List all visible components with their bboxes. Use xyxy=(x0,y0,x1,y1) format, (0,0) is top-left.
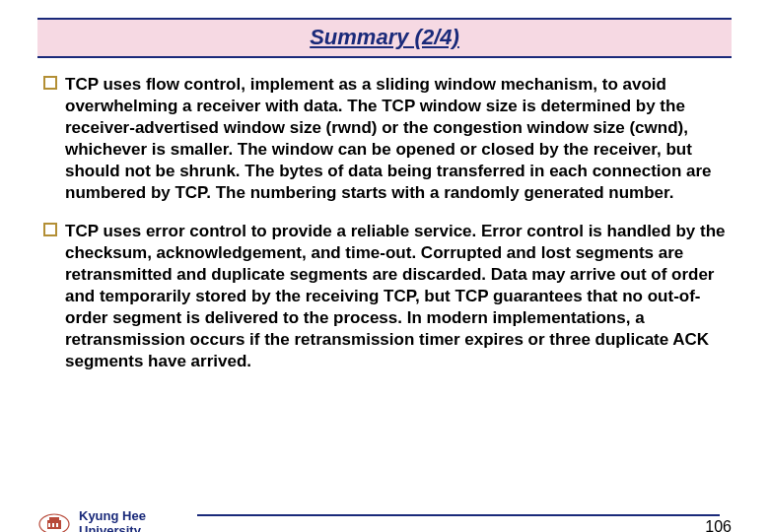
university-name: Kyung Hee University xyxy=(79,509,146,532)
page-number: 106 xyxy=(705,518,732,532)
content-area: TCP uses flow control, implement as a sl… xyxy=(0,58,769,372)
bullet-text: TCP uses flow control, implement as a sl… xyxy=(65,74,726,205)
bullet-item: TCP uses error control to provide a reli… xyxy=(43,221,726,373)
footer: Kyung Hee University 106 xyxy=(37,509,732,532)
bullet-item: TCP uses flow control, implement as a sl… xyxy=(43,74,726,205)
bullet-text: TCP uses error control to provide a reli… xyxy=(65,221,726,373)
bullet-square-icon xyxy=(43,223,57,236)
title-bar: Summary (2/4) xyxy=(37,18,732,58)
svg-rect-2 xyxy=(49,517,59,520)
svg-rect-4 xyxy=(52,523,54,527)
university-logo-icon xyxy=(37,512,71,532)
university-name-line2: University xyxy=(79,524,146,532)
university-name-line1: Kyung Hee xyxy=(79,509,146,523)
svg-rect-3 xyxy=(48,523,50,527)
bullet-square-icon xyxy=(43,76,57,90)
footer-left: Kyung Hee University xyxy=(37,509,146,532)
slide: Summary (2/4) TCP uses flow control, imp… xyxy=(0,18,769,532)
slide-title: Summary (2/4) xyxy=(310,25,459,49)
svg-rect-5 xyxy=(56,523,58,527)
